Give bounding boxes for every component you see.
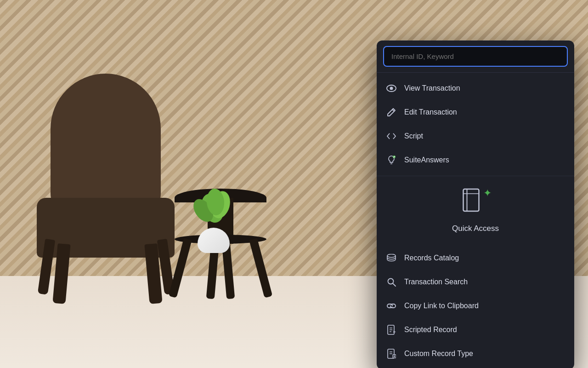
edit-transaction-label: Edit Transaction [404, 108, 457, 116]
custom-record-type-label: Custom Record Type [404, 350, 473, 358]
scripted-record-label: Scripted Record [404, 326, 457, 334]
menu-item-scripted-record[interactable]: Scripted Record [377, 318, 574, 342]
plant [198, 228, 230, 253]
menu-item-transaction-search[interactable]: Transaction Search [377, 270, 574, 294]
quick-access-section: ✦ Quick Access [377, 176, 574, 242]
search-icon [386, 276, 397, 288]
doc-custom-icon [386, 348, 397, 359]
svg-point-8 [387, 254, 396, 258]
bulb-icon [386, 155, 397, 166]
search-input[interactable] [383, 46, 568, 67]
pencil-icon [386, 107, 397, 118]
svg-line-10 [393, 283, 396, 286]
eye-icon [386, 83, 397, 94]
script-label: Script [404, 132, 423, 140]
menu-item-records-catalog[interactable]: Records Catalog [377, 246, 574, 270]
svg-point-1 [390, 87, 393, 90]
link-icon [386, 300, 397, 311]
suite-answers-label: SuiteAnswers [404, 156, 449, 164]
copy-link-label: Copy Link to Clipboard [404, 302, 479, 310]
menu-item-copy-link[interactable]: Copy Link to Clipboard [377, 294, 574, 318]
book-icon [459, 187, 485, 215]
transaction-search-label: Transaction Search [404, 278, 468, 286]
records-catalog-label: Records Catalog [404, 254, 459, 262]
menu-item-edit-transaction[interactable]: Edit Transaction [377, 100, 574, 124]
quick-access-icon-container: ✦ [459, 187, 492, 219]
svg-rect-5 [464, 189, 479, 211]
menu-item-custom-record-type[interactable]: Custom Record Type [377, 342, 574, 366]
quick-access-title: Quick Access [452, 224, 499, 233]
menu-item-suite-answers[interactable]: SuiteAnswers [377, 148, 574, 172]
search-container [377, 40, 574, 73]
view-transaction-label: View Transaction [404, 84, 460, 92]
code-icon [386, 131, 397, 142]
layers-icon [386, 253, 397, 264]
menu-item-view-transaction[interactable]: View Transaction [377, 76, 574, 100]
menu-item-script[interactable]: Script [377, 124, 574, 148]
menu-section: View Transaction Edit Transaction Script [377, 73, 574, 176]
quick-access-items: Records Catalog Transaction Search Copy … [377, 242, 574, 368]
doc-script-icon [386, 324, 397, 335]
sparkle-icon: ✦ [483, 187, 492, 199]
dropdown-panel: View Transaction Edit Transaction Script [377, 40, 574, 368]
